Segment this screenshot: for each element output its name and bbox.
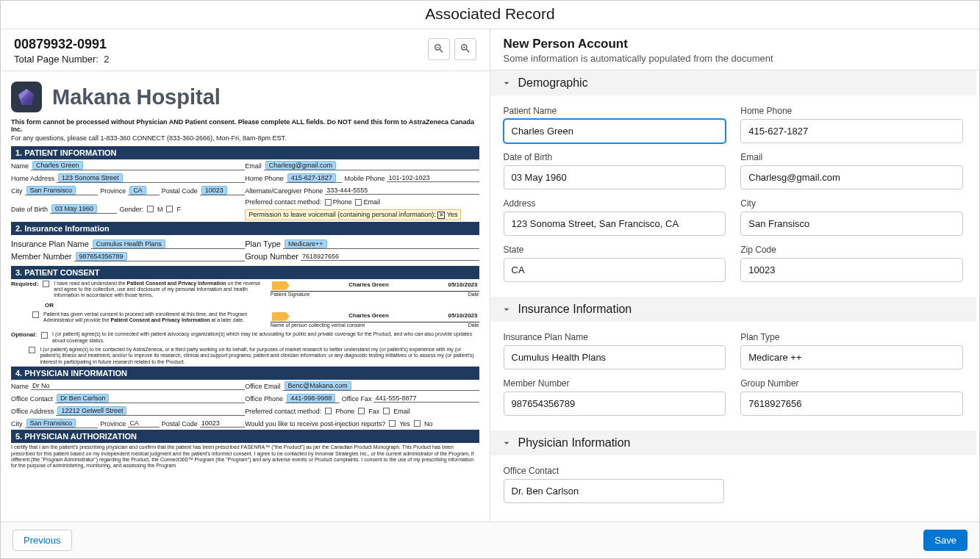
label-email: Email [740, 152, 963, 162]
zoom-out-button[interactable] [428, 38, 450, 60]
input-home-phone[interactable] [740, 119, 963, 143]
chevron-down-icon [501, 437, 512, 449]
accordion-physician[interactable]: Physician Information [490, 430, 977, 455]
input-ins-plan[interactable] [504, 345, 726, 369]
page-number: Total Page Number: 2 [14, 54, 109, 65]
label-home-phone: Home Phone [740, 106, 963, 116]
checkbox-opt-1 [41, 332, 48, 339]
input-email[interactable] [740, 165, 963, 190]
label-dob: Date of Birth [504, 152, 726, 162]
doc-province: CA [129, 186, 146, 195]
label-group: Group Number [740, 378, 963, 389]
input-group[interactable] [740, 392, 963, 416]
section-consent: 3. PATIENT CONSENT [11, 266, 479, 279]
modal-title: Associated Record [1, 1, 979, 29]
right-title: New Person Account [504, 37, 967, 51]
label-office-contact: Office Contact [504, 466, 724, 476]
label-city: City [740, 198, 963, 209]
label-ins-plan: Insurance Plan Name [504, 332, 726, 342]
input-zip[interactable] [740, 258, 963, 282]
doc-member: 987654356789 [76, 252, 127, 261]
section-insurance: 2. Insurance Information [11, 222, 479, 235]
section-patient-info: 1. PATIENT INFORMATION [11, 146, 479, 159]
modal-container: Associated Record 00879932-0991 Total Pa… [0, 0, 980, 559]
input-plan-type[interactable] [740, 345, 963, 369]
doc-plan-type: Medicare++ [285, 239, 327, 248]
document-id: 00879932-0991 [14, 37, 109, 52]
doc-office-phone: 441-998-9988 [287, 394, 335, 403]
doc-mobile: 101-102-1023 [387, 174, 479, 182]
right-panel: New Person Account Some information is a… [490, 29, 980, 522]
accordion-insurance[interactable]: Insurance Information [490, 297, 977, 322]
section-authorization: 5. PHYSICIAN AUTHORIZATION [11, 430, 479, 443]
arrow-icon [272, 312, 290, 321]
input-dob[interactable] [504, 165, 726, 190]
label-member: Member Number [504, 378, 726, 389]
left-panel: 00879932-0991 Total Page Number: 2 [1, 29, 490, 522]
save-button[interactable]: Save [923, 530, 968, 551]
label-address: Address [504, 198, 726, 209]
doc-office-addr: 12212 Getwell Street [57, 406, 126, 415]
label-plan-type: Plan Type [740, 332, 963, 342]
doc-office-fax: 441-555-8877 [373, 394, 479, 403]
section-physician: 4. PHYSICIAN INFORMATION [11, 367, 479, 380]
form-scroll[interactable]: Demographic Patient Name Home Phone Date… [490, 71, 980, 522]
doc-note-1: This form cannot be processed without Ph… [11, 118, 479, 133]
zoom-in-icon [459, 43, 471, 57]
input-member[interactable] [504, 392, 726, 416]
input-address[interactable] [504, 212, 726, 236]
doc-group: 7618927656 [301, 253, 479, 261]
chevron-down-icon [501, 303, 512, 315]
auth-text: I certify that I am the patient's prescr… [11, 443, 479, 471]
label-zip: Zip Code [740, 245, 963, 255]
checkbox-gender-m [147, 206, 154, 212]
doc-alt-phone: 333-444-5555 [325, 187, 479, 195]
right-header: New Person Account Some information is a… [490, 29, 980, 71]
doc-phys-name: Dr No [31, 382, 245, 390]
doc-patient-name: Charles Green [32, 161, 83, 170]
zoom-out-icon [433, 43, 445, 57]
doc-dob: 03 May 1960 [51, 204, 97, 213]
doc-city: San Fransisco [26, 186, 76, 195]
checkbox-email [355, 199, 362, 206]
left-header: 00879932-0991 Total Page Number: 2 [1, 29, 490, 71]
main-split: 00879932-0991 Total Page Number: 2 [1, 29, 979, 522]
footer: Previous Save [1, 522, 979, 558]
chevron-down-icon [501, 77, 512, 89]
arrow-icon [272, 281, 290, 290]
previous-button[interactable]: Previous [12, 530, 72, 551]
checkbox-phone [325, 199, 332, 206]
label-patient-name: Patient Name [504, 106, 726, 116]
label-state: State [504, 245, 726, 255]
checkbox-consent-2 [32, 311, 39, 318]
checkbox-voicemail-yes: ✕ [437, 212, 445, 219]
checkbox-consent-1 [43, 281, 49, 287]
input-state[interactable] [504, 258, 726, 282]
input-office-contact[interactable] [504, 479, 724, 503]
hospital-logo-icon [11, 82, 42, 112]
doc-postal: 10023 [201, 186, 227, 195]
doc-home-address: 123 Sonoma Street [58, 173, 123, 182]
zoom-in-button[interactable] [454, 38, 476, 60]
doc-plan: Cumulus Health Plans [93, 239, 165, 248]
document-viewport[interactable]: Makana Hospital This form cannot be proc… [1, 71, 490, 522]
doc-patient-email: Charlesg@gmail.com [265, 161, 336, 170]
accordion-demographic[interactable]: Demographic [490, 71, 977, 95]
doc-phys-city: San Fransisco [26, 419, 76, 428]
doc-note-2: For any questions, please call 1-833-360… [11, 134, 479, 142]
input-city[interactable] [740, 212, 963, 236]
input-patient-name[interactable] [504, 119, 726, 143]
doc-office-contact: Dr Ben Carlson [57, 394, 110, 403]
zoom-controls [428, 38, 476, 60]
document-page: Makana Hospital This form cannot be proc… [11, 82, 479, 471]
doc-office-email: Benc@Makana.com [285, 381, 351, 390]
right-subtitle: Some information is automatically popula… [504, 53, 967, 64]
hospital-name: Makana Hospital [52, 85, 221, 109]
checkbox-opt-2 [29, 347, 35, 353]
checkbox-gender-f [166, 206, 173, 212]
doc-home-phone: 415-627-1827 [287, 173, 336, 182]
